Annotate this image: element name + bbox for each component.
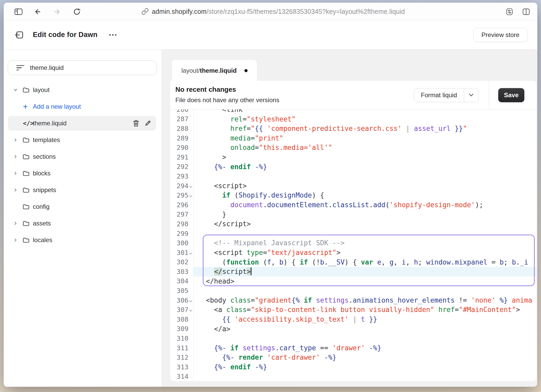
preview-store-button[interactable]: Preview store <box>474 28 527 42</box>
code-text[interactable]: {%- if settings.cart_type == 'drawer' -%… <box>193 343 536 353</box>
sidebar-item-templates[interactable]: templates <box>4 132 162 148</box>
code-line-292[interactable]: 292 {%- endif -%} <box>170 162 536 172</box>
chevron-right-icon[interactable] <box>13 154 18 159</box>
address-bar[interactable]: admin.shopify.com/store/rzq1xu-f5/themes… <box>142 3 405 20</box>
fold-chevron-icon[interactable] <box>188 307 193 313</box>
chevron-right-icon[interactable] <box>13 221 18 226</box>
code-line-307[interactable]: 307 <a class="skip-to-content-link butto… <box>170 305 536 315</box>
sidebar-item-blocks[interactable]: blocks <box>4 165 162 182</box>
code-text[interactable]: href="{{ 'component-predictive-search.cs… <box>193 124 536 133</box>
code-line-299[interactable]: 299 <box>170 229 536 238</box>
code-line-298[interactable]: 298 </script> <box>170 219 536 229</box>
code-line-295[interactable]: 295 if (Shopify.designMode) { <box>170 191 536 200</box>
code-text[interactable]: <!-- Mixpanel Javascript SDK --> <box>193 238 536 248</box>
back-icon[interactable] <box>33 7 43 17</box>
code-text[interactable]: {%- endif -%} <box>193 162 536 172</box>
fold-chevron-icon[interactable] <box>188 183 193 189</box>
code-line-287[interactable]: 287 rel="stylesheet" <box>170 114 536 124</box>
pencil-icon[interactable] <box>145 120 151 127</box>
tab-theme-liquid[interactable]: layout/theme.liquid <box>172 60 257 81</box>
code-line-286[interactable]: 286 <link <box>170 109 536 114</box>
page-settings-icon[interactable] <box>505 7 514 17</box>
code-text[interactable]: </script> <box>193 267 536 277</box>
code-text[interactable]: </script> <box>193 219 536 229</box>
code-line-297[interactable]: 297 } <box>170 210 536 219</box>
code-line-300[interactable]: 300 <!-- Mixpanel Javascript SDK --> <box>170 238 536 248</box>
code-line-294[interactable]: 294 <script> <box>170 181 536 191</box>
code-text[interactable]: {%- render 'cart-drawer' -%} <box>193 353 536 362</box>
chevron-right-icon[interactable] <box>13 138 18 143</box>
forward-icon[interactable] <box>52 7 62 17</box>
code-line-314[interactable]: 314 <box>170 372 536 381</box>
code-text[interactable]: {{ 'accessibility.skip_to_text' | t }} <box>193 315 536 324</box>
format-liquid-button[interactable]: Format liquid <box>414 88 479 102</box>
fold-chevron-icon[interactable] <box>188 297 193 303</box>
sidebar-item-theme-liquid[interactable]: </>theme.liquid <box>4 115 162 132</box>
code-line-309[interactable]: 309 </a> <box>170 324 536 334</box>
code-line-305[interactable]: 305 <box>170 286 536 296</box>
format-liquid-label[interactable]: Format liquid <box>414 88 464 102</box>
chevron-right-icon[interactable] <box>13 171 18 176</box>
code-line-304[interactable]: 304</head> <box>170 277 536 286</box>
sidebar-item-sections[interactable]: sections <box>4 148 162 165</box>
sidebar-toggle-icon[interactable] <box>14 7 23 17</box>
code-line-291[interactable]: 291 > <box>170 152 536 162</box>
line-number: 301 <box>170 249 188 256</box>
sidebar-item-locales[interactable]: locales <box>4 232 162 248</box>
format-options-caret[interactable] <box>464 88 478 102</box>
code-line-290[interactable]: 290 onload="this.media='all'" <box>170 143 536 152</box>
code-line-303[interactable]: 303 </script> <box>170 267 536 277</box>
fold-chevron-icon[interactable] <box>188 192 193 198</box>
code-editor[interactable]: 286 <link287 rel="stylesheet"288 href="{… <box>170 109 536 381</box>
code-line-296[interactable]: 296 document.documentElement.classList.a… <box>170 200 536 210</box>
code-text[interactable]: <body class="gradient{% if settings.anim… <box>193 296 536 305</box>
chevron-down-icon[interactable] <box>13 88 18 93</box>
exit-icon[interactable] <box>14 30 24 40</box>
code-line-288[interactable]: 288 href="{{ 'component-predictive-searc… <box>170 124 536 133</box>
code-text[interactable]: (function (f, b) { if (!b.__SV) { var e,… <box>193 258 536 267</box>
tab-label: layout/theme.liquid <box>181 67 237 74</box>
code-line-289[interactable]: 289 media="print" <box>170 133 536 143</box>
code-text[interactable]: <link <box>193 109 536 114</box>
file-search-box[interactable] <box>8 60 156 75</box>
code-text[interactable]: if (Shopify.designMode) { <box>193 191 536 200</box>
code-line-313[interactable]: 313 {%- endif -%} <box>170 362 536 372</box>
code-line-302[interactable]: 302 (function (f, b) { if (!b.__SV) { va… <box>170 258 536 267</box>
trash-icon[interactable] <box>133 120 139 127</box>
save-button[interactable]: Save <box>498 88 524 102</box>
code-text[interactable]: rel="stylesheet" <box>193 114 536 124</box>
chevron-right-icon[interactable] <box>13 188 18 193</box>
code-token: __SV <box>328 258 345 266</box>
overflow-menu-icon[interactable] <box>108 33 117 36</box>
code-text[interactable]: <script> <box>193 181 536 191</box>
sidebar-item-snippets[interactable]: snippets <box>4 182 162 198</box>
code-text[interactable]: <a class="skip-to-content-link button vi… <box>193 305 536 315</box>
code-line-306[interactable]: 306<body class="gradient{% if settings.a… <box>170 296 536 305</box>
code-text[interactable]: </a> <box>193 324 536 334</box>
sidebar-item-config[interactable]: config <box>4 198 162 215</box>
fold-chevron-icon[interactable] <box>188 250 193 256</box>
chevron-right-icon[interactable] <box>13 238 18 243</box>
sidebar-item-add-a-new-layout[interactable]: +Add a new layout <box>4 98 162 115</box>
code-text[interactable]: {%- endif -%} <box>193 362 536 372</box>
code-text[interactable]: } <box>193 210 536 219</box>
fold-spacer <box>188 137 193 139</box>
code-line-301[interactable]: 301 <script type="text/javascript"> <box>170 248 536 258</box>
file-search-input[interactable] <box>30 64 129 71</box>
code-line-312[interactable]: 312 {%- render 'cart-drawer' -%} <box>170 353 536 362</box>
sidebar-item-assets[interactable]: assets <box>4 215 162 232</box>
code-text[interactable]: onload="this.media='all'" <box>193 143 536 152</box>
code-line-311[interactable]: 311 {%- if settings.cart_type == 'drawer… <box>170 343 536 353</box>
sidebar-item-layout[interactable]: layout <box>4 82 162 98</box>
code-text[interactable]: media="print" <box>193 133 536 143</box>
code-line-293[interactable]: 293 <box>170 172 536 181</box>
code-token: > <box>336 249 341 256</box>
code-text[interactable]: document.documentElement.classList.add('… <box>193 200 536 210</box>
code-text[interactable]: </head> <box>193 277 536 286</box>
code-line-308[interactable]: 308 {{ 'accessibility.skip_to_text' | t … <box>170 315 536 324</box>
code-text[interactable]: <script type="text/javascript"> <box>193 248 536 258</box>
code-line-310[interactable]: 310 <box>170 334 536 343</box>
split-view-icon[interactable] <box>521 7 531 17</box>
reload-icon[interactable] <box>72 7 82 17</box>
code-text[interactable]: > <box>193 152 536 162</box>
